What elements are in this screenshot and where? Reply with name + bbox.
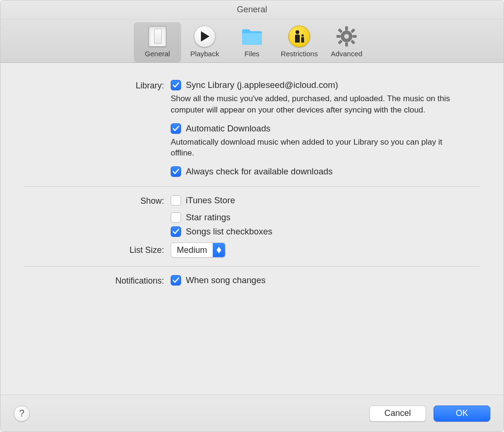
svg-rect-8 [338, 28, 342, 33]
tab-files[interactable]: Files [228, 22, 276, 62]
svg-marker-14 [217, 250, 221, 253]
itunes-store-label: iTunes Store [186, 195, 235, 206]
svg-rect-9 [351, 28, 355, 33]
checkbox-songs-list-checkboxes[interactable] [171, 226, 181, 237]
content-area: Library: Sync Library (j.appleseed@iclou… [0, 63, 504, 395]
list-size-select[interactable]: Medium [171, 242, 226, 258]
always-check-downloads-label: Always check for available downloads [186, 166, 333, 177]
svg-rect-5 [346, 43, 348, 46]
separator [24, 266, 480, 267]
window-title: General [0, 0, 504, 19]
play-icon [193, 25, 216, 48]
folder-icon [241, 25, 263, 48]
gear-icon [335, 25, 358, 48]
tab-playback-label: Playback [191, 50, 219, 58]
list-size-row: List Size: Medium [24, 241, 480, 260]
cancel-button-label: Cancel [384, 408, 411, 418]
svg-rect-6 [337, 35, 340, 38]
library-label: Library: [24, 80, 171, 91]
updown-icon [213, 243, 225, 257]
show-row: Show: iTunes Store Star ratings Songs li… [24, 192, 480, 241]
checkbox-automatic-downloads[interactable] [171, 123, 181, 134]
svg-rect-10 [338, 40, 342, 44]
footer: ? Cancel OK [0, 395, 504, 432]
notifications-label: Notifications: [24, 275, 171, 286]
tab-advanced-label: Advanced [331, 50, 363, 58]
star-ratings-label: Star ratings [186, 212, 231, 223]
tab-files-label: Files [244, 50, 260, 58]
tab-playback[interactable]: Playback [181, 22, 228, 62]
list-size-value: Medium [171, 243, 213, 257]
svg-marker-13 [217, 247, 221, 250]
help-button[interactable]: ? [14, 406, 30, 422]
svg-rect-4 [346, 26, 348, 30]
checkbox-song-changes[interactable] [171, 275, 181, 285]
library-row: Library: Sync Library (j.appleseed@iclou… [24, 77, 480, 181]
toolbar-items: General Playback Files [134, 22, 370, 62]
automatic-downloads-desc: Automatically download music when added … [171, 137, 454, 159]
tab-advanced[interactable]: Advanced [323, 22, 370, 62]
songs-list-checkboxes-label: Songs list checkboxes [186, 226, 272, 237]
sync-library-label: Sync Library (j.appleseed@icloud.com) [186, 80, 338, 90]
list-size-label: List Size: [24, 245, 171, 255]
switch-icon [146, 25, 169, 48]
checkbox-always-check-downloads[interactable] [171, 166, 181, 177]
svg-point-12 [344, 34, 349, 39]
tab-restrictions-label: Restrictions [281, 50, 318, 58]
checkbox-star-ratings[interactable] [171, 212, 181, 223]
notifications-row: Notifications: When song changes [24, 272, 480, 289]
svg-point-1 [295, 30, 299, 34]
svg-rect-7 [353, 35, 356, 38]
ok-button-label: OK [456, 408, 468, 418]
window-title-text: General [237, 5, 267, 15]
svg-marker-0 [201, 31, 209, 42]
tab-general[interactable]: General [134, 22, 181, 62]
help-icon: ? [19, 408, 24, 419]
show-label: Show: [24, 195, 171, 206]
checkbox-sync-library[interactable] [171, 80, 181, 90]
parental-icon [288, 25, 311, 48]
automatic-downloads-label: Automatic Downloads [186, 123, 270, 134]
ok-button[interactable]: OK [434, 406, 490, 422]
cancel-button[interactable]: Cancel [369, 406, 426, 422]
sync-library-desc: Show all the music you've added, purchas… [171, 93, 454, 116]
checkbox-itunes-store[interactable] [171, 195, 181, 206]
svg-rect-11 [351, 40, 355, 44]
toolbar: General Playback Files [0, 19, 504, 63]
tab-general-label: General [145, 50, 170, 58]
tab-restrictions[interactable]: Restrictions [276, 22, 323, 62]
song-changes-label: When song changes [186, 275, 266, 285]
preferences-window: General General Playback [0, 0, 504, 432]
separator [24, 186, 480, 187]
svg-point-2 [301, 34, 304, 36]
